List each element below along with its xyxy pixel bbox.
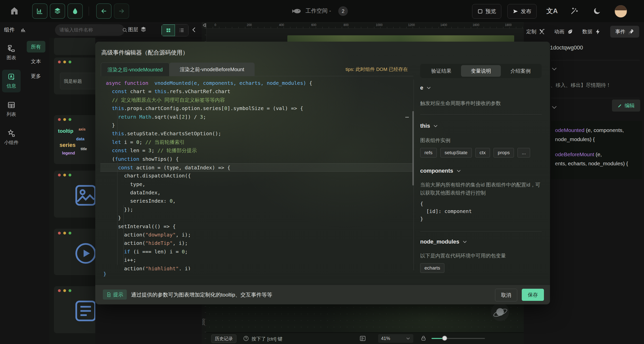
filter-item[interactable]: 文本 <box>27 56 45 67</box>
code-line[interactable]: seriesIndex: 0, <box>100 197 413 205</box>
chevron-down-icon[interactable] <box>551 104 558 111</box>
edit-button[interactable]: 编辑 <box>612 99 640 112</box>
code-line[interactable]: this.setupState.vEchartsSetOption(); <box>100 129 413 138</box>
list-icon <box>179 28 185 33</box>
cancel-button[interactable]: 取消 <box>495 289 517 301</box>
tab-tools[interactable]: 定制 <box>526 26 545 38</box>
language-icon[interactable]: 文A <box>546 7 558 15</box>
hint-icon <box>243 335 249 341</box>
component-id: 1doctqwg000 <box>550 44 583 51</box>
docs-section-title[interactable]: node_modules <box>420 239 542 245</box>
sidebar-item-info-a[interactable]: 信息 <box>2 70 21 92</box>
code-line[interactable]: type, <box>100 180 413 189</box>
code-line[interactable]: }); <box>100 205 413 214</box>
chevron-down-icon[interactable] <box>551 66 558 72</box>
zoom-select[interactable]: 41% <box>378 334 413 343</box>
sidebar-item-star[interactable]: 小组件 <box>2 126 21 149</box>
code-line[interactable]: setInterval(() => { <box>100 222 413 231</box>
code-line[interactable]: this.props.chartConfig.option.series[0].… <box>100 104 413 113</box>
code-line[interactable]: return Math.sqrt(val[2]) / 3; <box>100 113 413 121</box>
zoom-slider[interactable] <box>432 338 485 339</box>
docs-tag: echarts <box>420 263 444 273</box>
code-line[interactable]: const action = (type, dataIndex) => { <box>100 163 413 172</box>
docs-tags: echarts <box>420 263 542 273</box>
avatar[interactable] <box>615 5 627 18</box>
code-line[interactable]: dataIndex, <box>100 189 413 197</box>
text-preview: 我是标题 <box>60 73 95 89</box>
event-code-preview[interactable]: odeMounted (e, components,node_modules) … <box>551 121 642 179</box>
code-line[interactable]: async function vnodeMounted(e, component… <box>100 79 413 87</box>
collapse-panel-icon[interactable] <box>191 27 197 33</box>
tab-vnode-before-mount[interactable]: 渲染之前-vnodeBeforeMount <box>169 63 255 76</box>
component-card-plain[interactable] <box>54 38 95 55</box>
code-line[interactable]: const chart = this.refs.vChartRef.chart <box>100 87 413 96</box>
footer-tip-text: 通过提供的参数可为图表增加定制化的tooltip、交互事件等等 <box>131 291 272 298</box>
component-card-text[interactable]: 我是标题 <box>54 58 95 94</box>
save-button[interactable]: 保存 <box>522 289 544 301</box>
leaf-icon <box>567 29 573 35</box>
docs-tab[interactable]: 验证结果 <box>421 65 461 77</box>
docs-tab[interactable]: 变量说明 <box>461 65 501 77</box>
code-line[interactable]: } <box>100 214 413 222</box>
chart-tool-button[interactable] <box>32 4 47 19</box>
code-line[interactable]: } <box>100 121 413 129</box>
lock-icon[interactable] <box>420 335 426 341</box>
sidebar-item-chart-tree[interactable]: 图表 <box>2 41 21 64</box>
publish-button[interactable]: 发布 <box>507 4 537 19</box>
code-line[interactable]: action("downplay", i); <box>100 231 413 239</box>
component-card-cloud[interactable]: tooltipdataseriestitlelegendaxis <box>54 115 95 164</box>
pencil-icon <box>618 103 623 108</box>
docs-section-title[interactable]: e <box>420 85 542 91</box>
grid-view-button[interactable] <box>162 24 175 36</box>
editor-scrollbar-thumb[interactable] <box>412 111 414 186</box>
preview-button[interactable]: 预览 <box>472 4 501 19</box>
sidebar-item-table[interactable]: 列表 <box>2 98 21 121</box>
code-line[interactable]: action("hideTip", i); <box>100 239 413 247</box>
drop-tool-button[interactable] <box>68 4 83 19</box>
filter-item[interactable]: 所有 <box>27 41 45 52</box>
component-card-image[interactable] <box>54 171 95 218</box>
code-line[interactable]: // 定义地图原点大小 同理可自定义标签等等内容 <box>100 96 413 104</box>
code-line[interactable]: i++; <box>100 256 413 264</box>
component-category-rail: 图表信息列表小组件 <box>0 38 23 344</box>
docs-section-title[interactable]: components <box>420 168 542 174</box>
search-input-wrap <box>55 24 125 36</box>
components-panel-header: 组件 图层 <box>0 22 202 38</box>
tab-vnode-mounted[interactable]: 渲染之后-vnodeMounted <box>101 63 169 76</box>
planet-icon[interactable] <box>491 303 509 321</box>
component-card-video[interactable] <box>54 229 95 275</box>
code-line[interactable]: action("highlight", i) <box>100 264 413 270</box>
code-line[interactable]: if (i === len) i = 0; <box>100 248 413 256</box>
tab-leaf[interactable]: 动画 <box>554 26 573 38</box>
dark-mode-moon-icon[interactable] <box>593 7 601 15</box>
docs-section-title[interactable]: this <box>420 123 542 129</box>
code-line[interactable]: const len = 3; // 轮播部分提示 <box>100 146 413 155</box>
docs-tag: ... <box>517 148 530 157</box>
zoom-slider-handle[interactable] <box>442 336 447 341</box>
history-button[interactable]: 历史记录 <box>211 334 236 343</box>
window-dots <box>58 289 71 292</box>
window-dots <box>58 232 71 234</box>
tab-bolt[interactable]: 数据 <box>582 26 601 38</box>
filter-item[interactable]: 更多 <box>27 70 45 82</box>
code-line[interactable]: chart.dispatchAction({ <box>100 172 413 180</box>
list-view-button[interactable] <box>175 24 188 36</box>
docs-tags: refssetupStatectxprops... <box>420 148 542 157</box>
code-line[interactable]: let i = 0; // 当前轮播索引 <box>100 138 413 146</box>
tab-rocket[interactable]: 事件 <box>610 26 639 38</box>
code-line[interactable]: (function showTips() { <box>100 155 413 163</box>
layers-tool-button[interactable] <box>50 4 65 19</box>
layers-label[interactable]: 图层 <box>128 26 138 33</box>
layers-panel-icon[interactable] <box>140 26 147 33</box>
redo-button[interactable] <box>114 4 129 19</box>
home-icon[interactable] <box>10 6 19 16</box>
magic-wand-icon[interactable] <box>570 7 579 15</box>
events-notice: 、移入、移出】尽情期待！ <box>550 82 641 89</box>
component-card-list[interactable] <box>54 286 95 333</box>
docs-tag: ctx <box>475 148 490 157</box>
search-input[interactable] <box>59 27 122 33</box>
panel-toggle-icon[interactable] <box>359 335 366 342</box>
undo-button[interactable] <box>96 4 111 19</box>
docs-tab[interactable]: 介绍案例 <box>501 65 540 77</box>
code-editor[interactable]: async function vnodeMounted(e, component… <box>100 79 413 270</box>
